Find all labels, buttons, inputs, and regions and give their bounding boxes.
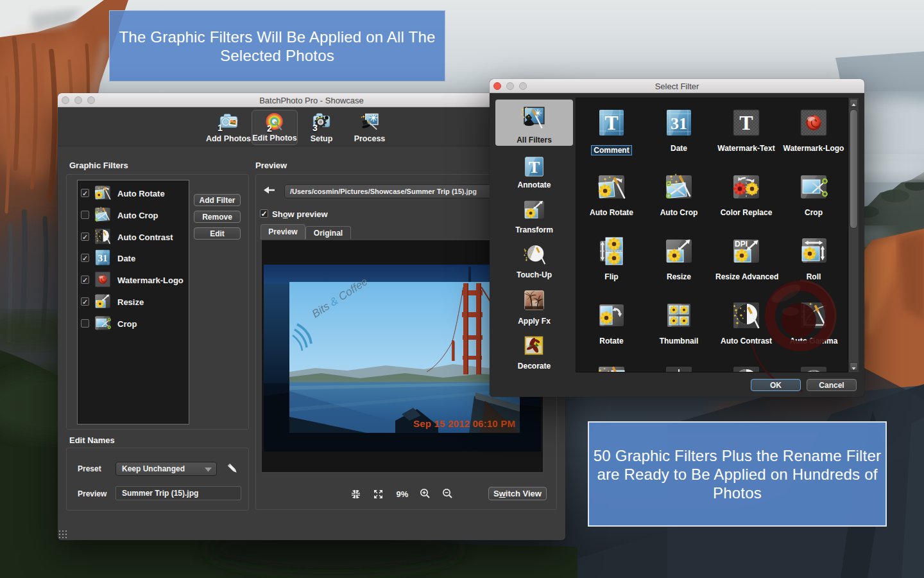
svg-text:Sep 15 2012 06:10 PM: Sep 15 2012 06:10 PM xyxy=(413,418,515,429)
